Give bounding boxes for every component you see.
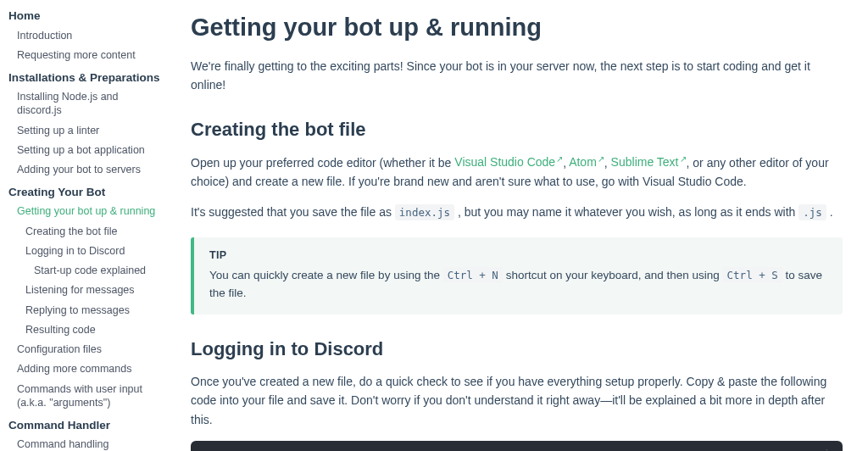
external-link-icon: ↗ (680, 153, 687, 166)
intro-paragraph: We're finally getting to the exciting pa… (191, 57, 843, 95)
nav-item-creating-file[interactable]: Creating the bot file (8, 221, 165, 241)
nav-heading-creating[interactable]: Creating Your Bot (8, 180, 165, 202)
code-lang-label: js (826, 446, 832, 451)
nav-heading-home[interactable]: Home (8, 3, 165, 25)
tip-box: TIP You can quickly create a new file by… (191, 237, 843, 315)
main-content: Getting your bot up & running We're fina… (165, 0, 868, 451)
section-logging-in: Logging in to Discord (191, 338, 843, 360)
link-sublime[interactable]: Sublime Text↗ (611, 155, 687, 169)
page-title: Getting your bot up & running (191, 14, 843, 42)
section-creating-file: Creating the bot file (191, 119, 843, 141)
code-ctrl-s: Ctrl + S (723, 267, 782, 283)
nav-item-linter[interactable]: Setting up a linter (8, 120, 165, 140)
link-vscode[interactable]: Visual Studio Code↗ (454, 155, 563, 169)
sidebar: Home Introduction Requesting more conten… (0, 0, 165, 451)
nav-item-logging-in[interactable]: Logging in to Discord (8, 241, 165, 260)
nav-item-requesting[interactable]: Requesting more content (8, 45, 165, 64)
external-link-icon: ↗ (598, 153, 604, 166)
nav-heading-handler[interactable]: Command Handler (8, 413, 165, 435)
tip-text: You can quickly create a new file by usi… (209, 266, 827, 303)
nav-item-introduction[interactable]: Introduction (8, 25, 165, 45)
code-js-ext: .js (798, 204, 826, 220)
nav-item-arguments[interactable]: Commands with user input (a.k.a. "argume… (8, 379, 165, 413)
nav-item-install-node[interactable]: Installing Node.js and discord.js (8, 87, 165, 121)
nav-item-cmd-handling[interactable]: Command handling (8, 435, 165, 452)
tip-title: TIP (209, 249, 827, 261)
login-paragraph: Once you've created a new file, do a qui… (191, 372, 843, 429)
nav-item-startup-code[interactable]: Start-up code explained (8, 261, 165, 281)
nav-heading-installations[interactable]: Installations & Preparations (8, 65, 165, 87)
code-indexjs: index.js (395, 204, 454, 220)
nav-item-more-commands[interactable]: Adding more commands (8, 359, 165, 379)
nav-item-listening[interactable]: Listening for messages (8, 281, 165, 300)
nav-item-add-servers[interactable]: Adding your bot to servers (8, 160, 165, 180)
code-block: js const Discord = require('discord.js')… (191, 441, 843, 451)
code-ctrl-n: Ctrl + N (443, 267, 503, 283)
external-link-icon: ↗ (556, 153, 563, 166)
create-paragraph-1: Open up your preferred code editor (whet… (191, 153, 843, 191)
link-atom[interactable]: Atom↗ (569, 155, 604, 169)
nav-item-resulting[interactable]: Resulting code (8, 320, 165, 339)
create-paragraph-2: It's suggested that you save the file as… (191, 203, 843, 221)
nav-item-bot-app[interactable]: Setting up a bot application (8, 140, 165, 159)
nav-item-config-files[interactable]: Configuration files (8, 340, 165, 359)
nav-item-replying[interactable]: Replying to messages (8, 300, 165, 320)
nav-item-getting-running[interactable]: Getting your bot up & running (8, 202, 165, 221)
